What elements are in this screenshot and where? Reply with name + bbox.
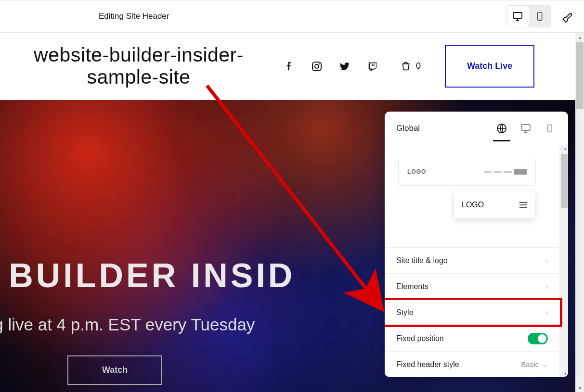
site-title-line2: sample-site <box>87 66 190 88</box>
chevron-right-icon: › <box>545 256 548 265</box>
row-site-title-logo[interactable]: Site title & logo › <box>385 247 559 273</box>
mobile-icon <box>534 11 545 22</box>
scroll-thumb[interactable] <box>576 42 584 109</box>
mobile-view-button[interactable] <box>529 6 551 27</box>
row-elements[interactable]: Elements › <box>385 273 559 299</box>
row-style[interactable]: Style › <box>385 299 559 325</box>
toggle-on[interactable] <box>528 333 548 344</box>
row-label: Fixed position <box>396 334 444 343</box>
annotation-highlight <box>385 298 562 327</box>
header-layout-preview[interactable]: LOGO LOGO <box>385 145 559 247</box>
panel-options-list: Site title & logo › Elements › Style › F… <box>385 247 559 377</box>
svg-point-5 <box>319 63 320 64</box>
twitter-icon[interactable] <box>339 61 350 72</box>
row-label: Site title & logo <box>396 256 448 265</box>
desktop-icon <box>520 123 532 134</box>
site-title-line1: website-builder-insider- <box>34 44 244 66</box>
svg-rect-9 <box>521 125 530 130</box>
logo-label-mini: LOGO <box>462 201 484 209</box>
tab-global[interactable] <box>495 116 508 141</box>
twitch-icon[interactable] <box>367 61 378 72</box>
site-title[interactable]: website-builder-insider- sample-site <box>9 44 269 88</box>
scroll-up-icon[interactable]: ▴ <box>575 33 584 41</box>
tab-mobile[interactable] <box>543 116 557 141</box>
globe-icon <box>496 123 507 134</box>
desktop-view-button[interactable] <box>506 6 529 27</box>
cart-icon <box>400 60 412 73</box>
row-label: Fixed header style <box>396 360 459 369</box>
dropdown-text: Basic <box>521 360 539 368</box>
nav-dashes-icon <box>484 169 527 175</box>
dropdown-value[interactable]: Basic ⌄ <box>521 360 548 369</box>
svg-rect-0 <box>513 13 522 18</box>
layout-mobile-preview: LOGO <box>454 191 535 218</box>
style-brush-button[interactable] <box>559 8 575 25</box>
row-fixed-position[interactable]: Fixed position <box>385 325 559 351</box>
tab-desktop[interactable] <box>519 116 532 141</box>
watch-live-button[interactable]: Watch Live <box>445 45 534 88</box>
social-links <box>283 61 378 72</box>
cart-button[interactable]: 0 <box>400 60 421 73</box>
hero-watch-button[interactable]: Watch <box>67 355 162 385</box>
desktop-icon <box>512 11 523 22</box>
hamburger-icon <box>519 202 527 208</box>
svg-rect-6 <box>372 64 373 66</box>
mobile-icon <box>545 123 555 134</box>
panel-tabs: Global <box>385 112 568 145</box>
brush-icon <box>561 10 573 23</box>
panel-scroll-thumb[interactable] <box>561 154 568 208</box>
header-edit-panel: Global LOGO LOGO Site title & logo <box>385 112 568 377</box>
svg-rect-3 <box>312 62 321 71</box>
row-label: Elements <box>396 282 428 291</box>
panel-scroll-area: LOGO LOGO Site title & logo › Elements ›… <box>385 145 568 377</box>
panel-tab-label: Global <box>396 124 484 133</box>
cart-count: 0 <box>416 61 421 71</box>
svg-point-11 <box>549 130 550 131</box>
preview-scrollbar[interactable]: ▴ ▾ <box>575 33 584 392</box>
device-toggle <box>506 5 551 27</box>
svg-point-2 <box>539 19 540 20</box>
svg-rect-7 <box>374 64 375 66</box>
logo-label: LOGO <box>407 168 426 175</box>
chevron-down-icon: ⌄ <box>542 360 548 369</box>
svg-point-4 <box>315 64 319 68</box>
site-header: website-builder-insider- sample-site 0 W… <box>0 33 584 100</box>
layout-desktop-preview: LOGO <box>398 158 536 186</box>
row-fixed-header-style[interactable]: Fixed header style Basic ⌄ <box>385 351 559 377</box>
chevron-right-icon: › <box>545 282 548 291</box>
editor-toolbar: Editing Site Header <box>0 0 584 33</box>
instagram-icon[interactable] <box>311 61 323 72</box>
editor-mode-title: Editing Site Header <box>99 12 169 21</box>
facebook-icon[interactable] <box>283 61 295 72</box>
scroll-down-icon[interactable]: ▾ <box>575 383 584 392</box>
